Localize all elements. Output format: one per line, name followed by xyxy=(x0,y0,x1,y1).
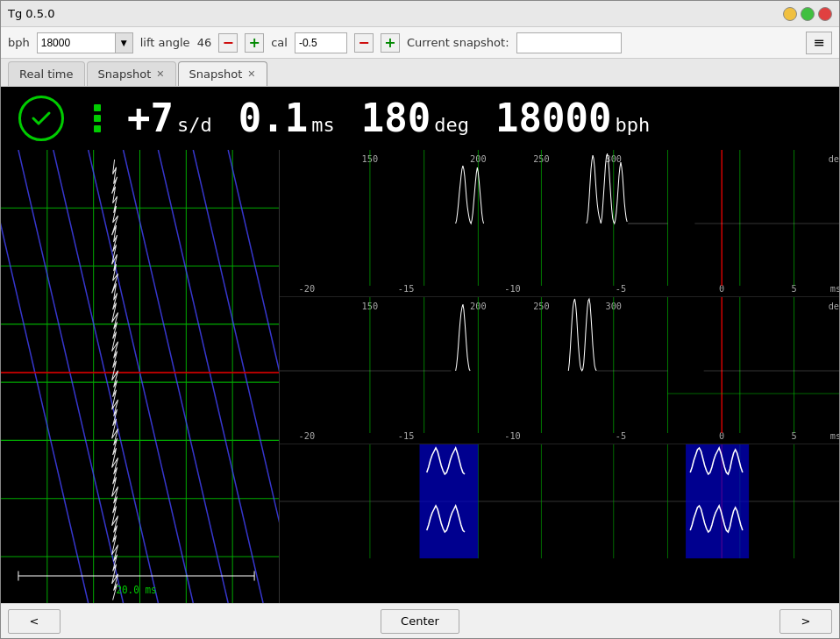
top-wave-chart: 150 200 250 300 deg -20 -15 -10 -5 0 5 m… xyxy=(280,150,839,297)
ms-stat: 0.1 ms xyxy=(238,99,335,138)
dot-2 xyxy=(94,115,101,122)
svg-text:ms: ms xyxy=(830,284,839,294)
svg-text:-10: -10 xyxy=(504,284,521,294)
tab-snapshot-1-label: Snapshot xyxy=(98,67,152,81)
deg-stat: 180 deg xyxy=(361,99,469,138)
bph-label: bph xyxy=(8,36,30,49)
lift-angle-value: 46 xyxy=(197,36,212,49)
menu-button[interactable]: ≡ xyxy=(806,32,832,54)
top-chart-svg: 150 200 250 300 deg -20 -15 -10 -5 0 5 m… xyxy=(280,150,839,297)
tabs-bar: Real time Snapshot ✕ Snapshot ✕ xyxy=(1,59,839,87)
prev-button[interactable]: < xyxy=(8,609,61,634)
svg-text:-20: -20 xyxy=(299,284,316,294)
svg-text:deg: deg xyxy=(829,302,839,311)
maximize-button[interactable] xyxy=(801,7,815,21)
rate-stat: +7 s/d xyxy=(127,99,212,138)
left-panel: 20.0 ms xyxy=(1,150,280,603)
svg-text:ms: ms xyxy=(830,431,839,441)
bph-stat-unit: bph xyxy=(615,114,650,136)
bph-stat: 18000 bph xyxy=(495,99,650,138)
bph-input[interactable] xyxy=(37,32,116,53)
close-button[interactable] xyxy=(818,7,832,21)
cal-input[interactable] xyxy=(295,32,347,53)
rate-value: +7 xyxy=(127,99,174,138)
middle-chart-svg: 150 200 250 300 deg -20 -15 -10 -5 0 5 m… xyxy=(280,297,839,444)
lift-angle-minus-button[interactable]: − xyxy=(218,33,238,53)
tab-realtime[interactable]: Real time xyxy=(8,61,85,86)
main-content: 20.0 ms 150 200 250 300 deg -20 -15 xyxy=(1,150,839,603)
bph-select-wrap: ▼ xyxy=(37,32,133,53)
tab-snapshot-2[interactable]: Snapshot ✕ xyxy=(178,61,267,86)
svg-text:-15: -15 xyxy=(398,284,415,294)
ms-unit: ms xyxy=(311,114,335,136)
next-button[interactable]: > xyxy=(779,609,832,634)
minimize-button[interactable] xyxy=(783,7,797,21)
deg-unit: deg xyxy=(434,114,469,136)
tab-snapshot-1-close[interactable]: ✕ xyxy=(156,69,164,79)
rate-unit: s/d xyxy=(177,114,212,136)
svg-rect-86 xyxy=(420,444,479,558)
center-button[interactable]: Center xyxy=(381,609,459,634)
status-icon xyxy=(18,96,64,141)
dot-1 xyxy=(94,104,101,111)
window-controls xyxy=(783,7,832,21)
svg-text:20.0 ms: 20.0 ms xyxy=(116,583,156,596)
lift-angle-plus-button[interactable]: + xyxy=(245,33,264,53)
titlebar-left: Tg 0.5.0 xyxy=(8,7,54,20)
bottom-chart-svg xyxy=(280,444,839,558)
toolbar: bph ▼ lift angle 46 − + cal − + Current … xyxy=(1,27,839,59)
svg-text:-15: -15 xyxy=(398,431,415,441)
svg-text:-20: -20 xyxy=(299,431,316,441)
right-panel: 150 200 250 300 deg -20 -15 -10 -5 0 5 m… xyxy=(280,150,839,603)
bottom-chart xyxy=(280,444,839,558)
cal-plus-button[interactable]: + xyxy=(381,33,400,53)
stats-bar: +7 s/d 0.1 ms 180 deg 18000 bph xyxy=(1,87,839,150)
tab-realtime-label: Real time xyxy=(19,67,74,81)
svg-text:-5: -5 xyxy=(616,284,626,294)
svg-text:-5: -5 xyxy=(616,431,626,441)
tab-snapshot-2-label: Snapshot xyxy=(189,67,243,81)
tab-snapshot-2-close[interactable]: ✕ xyxy=(247,69,255,79)
current-snapshot-input[interactable] xyxy=(516,32,622,53)
middle-wave-chart: 150 200 250 300 deg -20 -15 -10 -5 0 5 m… xyxy=(280,297,839,444)
svg-text:-10: -10 xyxy=(504,431,521,441)
cal-label: cal xyxy=(271,36,288,49)
deg-value: 180 xyxy=(361,99,431,138)
ms-value: 0.1 xyxy=(238,99,308,138)
status-dots xyxy=(94,104,101,132)
bph-dropdown-button[interactable]: ▼ xyxy=(116,32,133,53)
current-snapshot-label: Current snapshot: xyxy=(407,36,509,49)
titlebar: Tg 0.5.0 xyxy=(1,1,839,27)
tab-snapshot-1[interactable]: Snapshot ✕ xyxy=(87,61,176,86)
app-title: Tg 0.5.0 xyxy=(8,7,54,20)
left-chart-svg: 20.0 ms xyxy=(1,150,279,603)
bph-stat-value: 18000 xyxy=(495,99,611,138)
dot-3 xyxy=(94,125,101,132)
check-icon xyxy=(29,106,53,131)
main-window: Tg 0.5.0 bph ▼ lift angle 46 − + cal − +… xyxy=(0,0,840,639)
bottom-bar: < Center > xyxy=(1,603,839,638)
cal-minus-button[interactable]: − xyxy=(354,33,374,53)
svg-text:deg: deg xyxy=(829,154,839,164)
lift-angle-label: lift angle xyxy=(140,36,190,49)
